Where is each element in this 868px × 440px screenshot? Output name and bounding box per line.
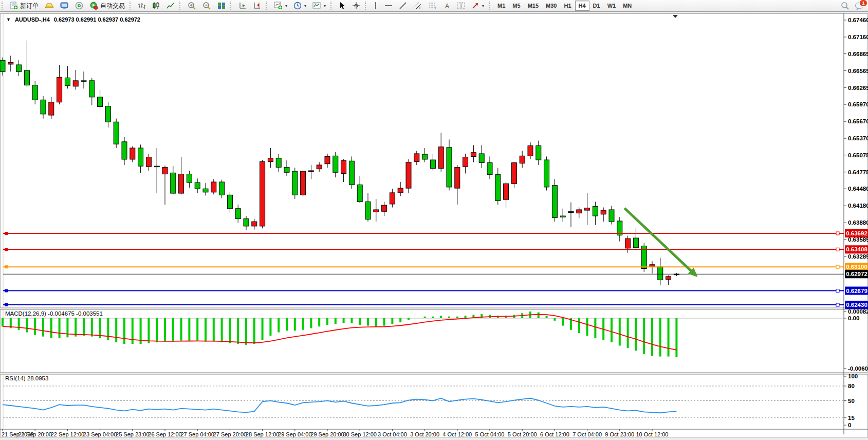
trade-group: 新订单 自动交易	[0, 0, 128, 11]
vertical-line-button[interactable]	[370, 0, 381, 11]
new-order-button[interactable]: 新订单	[7, 0, 42, 11]
cursor-button[interactable]	[336, 0, 349, 11]
text-button[interactable]: A	[441, 0, 454, 11]
macd-signal-line	[3, 315, 676, 350]
line-anchor-handle[interactable]	[5, 303, 8, 306]
price-tick-label: 0.65075	[848, 152, 868, 158]
candle-body	[235, 209, 241, 219]
dropdown-chevron-icon[interactable]: ▾	[482, 4, 484, 8]
candle-body	[528, 146, 533, 156]
timeframe-m1-button[interactable]: M1	[494, 1, 509, 11]
price-tick-label: 0.67160	[848, 34, 868, 40]
timeframe-d1-button[interactable]: D1	[589, 1, 604, 11]
search-icon[interactable]	[841, 2, 849, 10]
periods-button[interactable]: ▾	[290, 0, 309, 11]
line-anchor-handle[interactable]	[836, 289, 839, 292]
dropdown-chevron-icon[interactable]: ▾	[285, 4, 287, 8]
zoom-out-button[interactable]	[199, 0, 214, 11]
time-tick-label: 29 Sep 20:00	[310, 431, 344, 437]
candle-body	[504, 184, 509, 199]
mql5-market-button[interactable]	[42, 0, 57, 11]
line-anchor-handle[interactable]	[836, 303, 839, 306]
toolbar-drag-handle[interactable]	[489, 2, 492, 10]
line-anchor-handle[interactable]	[836, 248, 839, 251]
candle-body	[398, 188, 403, 193]
chat-notification-icon[interactable]: 1	[855, 2, 864, 10]
dropdown-chevron-icon[interactable]: ▾	[324, 4, 326, 8]
toolbar-drag-handle[interactable]	[2, 2, 5, 10]
tile-windows-button[interactable]	[214, 0, 229, 11]
broadcast-speaker-icon	[75, 2, 83, 10]
chart-shift-button[interactable]	[250, 0, 264, 11]
candle-body	[609, 210, 614, 222]
candle-body	[138, 148, 143, 166]
terminal-button[interactable]	[57, 0, 72, 11]
time-tick-label: 7 Oct 04:00	[572, 431, 602, 437]
chart-collapse-icon[interactable]: ▼	[6, 17, 11, 22]
candle-body	[666, 277, 671, 280]
timeframe-m5-button[interactable]: M5	[509, 1, 524, 11]
candle-body	[430, 160, 435, 169]
line-anchor-handle[interactable]	[5, 289, 8, 292]
toolbar-drag-handle[interactable]	[130, 2, 133, 10]
line-anchor-handle[interactable]	[5, 265, 8, 268]
candle-body	[268, 158, 273, 162]
candle-body	[333, 156, 338, 172]
trendline-button[interactable]	[396, 0, 410, 11]
horizontal-line-button[interactable]	[381, 0, 396, 11]
main-toolbar: 新订单 自动交易	[0, 0, 868, 12]
indicators-button[interactable]: ▾	[271, 0, 290, 11]
arrows-tool-button[interactable]: ▾	[468, 0, 487, 11]
dropdown-chevron-icon[interactable]: ▾	[304, 4, 306, 8]
line-anchor-handle[interactable]	[5, 248, 8, 251]
price-level-badge-label: 0.63692	[846, 230, 867, 236]
channel-icon: E	[413, 2, 422, 10]
line-chart-button[interactable]	[163, 0, 178, 11]
timeframe-h1-button[interactable]: H1	[560, 1, 575, 11]
toolbar-drag-handle[interactable]	[365, 2, 368, 10]
fibonacci-button[interactable]: F	[426, 0, 441, 11]
auto-trading-label: 自动交易	[100, 2, 125, 10]
horizontal-line-icon	[384, 3, 393, 8]
news-button[interactable]	[72, 0, 86, 11]
candle-body	[658, 267, 663, 280]
bar-chart-button[interactable]	[135, 0, 149, 11]
line-anchor-handle[interactable]	[836, 265, 839, 268]
timeframe-h4-button[interactable]: H4	[575, 1, 589, 11]
chart-window[interactable]: ▼ AUDUSD-,H4 0.62973 0.62991 0.62937 0.6…	[0, 11, 868, 440]
new-order-label: 新订单	[20, 2, 39, 10]
line-chart-icon	[167, 2, 175, 10]
insert-group: ▾ ▾ ▾	[264, 0, 329, 11]
toolbar-drag-handle[interactable]	[330, 2, 334, 10]
auto-trading-button[interactable]: 自动交易	[86, 0, 128, 11]
chart-canvas[interactable]: 0.674600.671600.668650.665650.662650.659…	[0, 12, 868, 440]
line-anchor-handle[interactable]	[836, 232, 839, 235]
rsi-tick-label: 50	[848, 398, 855, 404]
candle-body	[162, 167, 168, 174]
price-level-badge-label: 0.63408	[846, 246, 867, 252]
timeframe-m15-button[interactable]: M15	[524, 1, 542, 11]
templates-button[interactable]: ▾	[309, 0, 329, 11]
price-tick-label: 0.64480	[848, 186, 868, 192]
text-label-button[interactable]: T	[454, 0, 468, 11]
toolbar-drag-handle[interactable]	[230, 2, 234, 10]
crosshair-button[interactable]	[349, 0, 363, 11]
candle-body	[317, 165, 322, 169]
toolbar-right-icons: 1	[841, 0, 864, 11]
chart-ohlc-values: 0.62973 0.62991 0.62937 0.62972	[54, 16, 140, 23]
price-level-badge-label: 0.62972	[846, 271, 867, 277]
line-anchor-handle[interactable]	[5, 232, 8, 235]
candlestick-chart-button[interactable]	[149, 0, 163, 11]
candle-body	[146, 157, 151, 167]
timeframe-m30-button[interactable]: M30	[542, 1, 560, 11]
chart-shift-icon	[253, 2, 261, 10]
toolbar-drag-handle[interactable]	[266, 2, 269, 10]
price-tick-label: 0.64775	[848, 169, 868, 175]
candle-body	[308, 171, 313, 172]
timeframe-w1-button[interactable]: W1	[604, 1, 620, 11]
zoom-in-button[interactable]	[184, 0, 199, 11]
auto-scroll-button[interactable]	[235, 0, 250, 11]
equidistant-channel-button[interactable]: E	[410, 0, 426, 11]
timeframe-mn-button[interactable]: MN	[619, 1, 635, 11]
toolbar-drag-handle[interactable]	[179, 2, 183, 10]
